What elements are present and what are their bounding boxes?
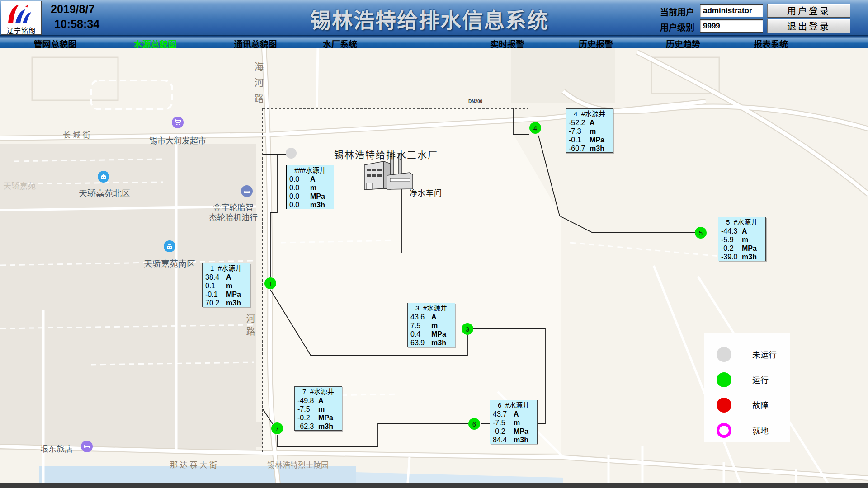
well-box-5[interactable]: 5 #水源井 -44.3A -5.9m -0.2MPa -39.0m3h — [718, 217, 766, 261]
well-unit: m3h — [742, 253, 763, 261]
map-canvas[interactable]: 长 城 街 海河路 河路 那 达 慕 大 街 锡市大润发超市 天骄嘉苑 天骄嘉苑… — [0, 48, 868, 488]
well-marker-7[interactable]: 7 — [271, 422, 283, 434]
residence-north-poi-icon — [98, 171, 109, 183]
well-value: -52.2 — [569, 118, 585, 127]
well-value: 0.0 — [289, 183, 299, 192]
well-unit: A — [742, 227, 763, 235]
legend-item-running: 运行 — [717, 367, 790, 392]
well-box-title: 3 #水源井 — [410, 304, 452, 313]
place-label-tianjiao-south: 天骄嘉苑南区 — [144, 257, 195, 269]
nav-pipe-network-overview[interactable]: 管网总貌图 — [33, 38, 76, 50]
place-label-supermarket: 锡市大润发超市 — [149, 134, 206, 146]
well-value: 43.6 — [410, 313, 425, 321]
marker-number: 7 — [275, 425, 279, 432]
main-nav: 管网总貌图 水源总貌图 通讯总貌图 水厂系统 实时报警 历史报警 历史趋势 报表… — [0, 36, 868, 48]
nav-realtime-alarms[interactable]: 实时报警 — [490, 38, 524, 50]
well-unit: m — [431, 321, 452, 330]
well-value: -62.3 — [297, 422, 314, 431]
supermarket-poi-icon — [172, 117, 184, 128]
marker-number: 5 — [699, 229, 703, 237]
place-label-martyrs-cemetery: 锡林浩特烈士陵园 — [267, 459, 329, 470]
well-box-title: 1 #水源井 — [205, 264, 247, 273]
legend-label: 故障 — [752, 399, 769, 411]
pipe-diameter-label: DN200 — [468, 99, 482, 104]
well-value: 0.0 — [289, 201, 299, 209]
well-unit: m3h — [226, 299, 247, 307]
street-label-haihe: 海河路 — [250, 62, 267, 109]
stopped-status-icon — [717, 347, 731, 362]
well-unit: m3h — [431, 338, 452, 347]
well-unit: m3h — [590, 144, 610, 153]
well-unit: MPa — [431, 330, 452, 338]
well-unit: A — [514, 410, 534, 418]
nav-history-trends[interactable]: 历史趋势 — [666, 38, 700, 50]
well-box-title: 4 #水源井 — [569, 109, 610, 118]
nav-water-source-overview[interactable]: 水源总貌图 — [133, 38, 176, 50]
legend-item-fault: 故障 — [717, 392, 790, 418]
well-marker-4[interactable]: 4 — [529, 122, 541, 134]
well-box-7[interactable]: 7 #水源井 -49.8A -7.5m -0.2MPa -62.3m3h — [294, 386, 342, 431]
well-marker-3[interactable]: 3 — [462, 323, 473, 335]
street-label-haihe-text: 海河路 — [250, 62, 267, 109]
well-value: -39.0 — [721, 253, 737, 261]
nav-communication-overview[interactable]: 通讯总貌图 — [234, 38, 277, 50]
header-bar: 辽宁铭朗 2019/8/7 10:58:34 锡林浩特给排水信息系统 当前用户 … — [0, 0, 868, 36]
well-unit: A — [310, 175, 331, 183]
well-unit: MPa — [742, 244, 763, 253]
well-unit: m — [514, 418, 534, 427]
well-box-3[interactable]: 3 #水源井 43.6A 7.5m 0.4MPa 63.9m3h — [407, 303, 455, 347]
well-value: -7.3 — [569, 127, 581, 136]
marker-number: 4 — [533, 124, 537, 132]
well-value: -7.5 — [297, 405, 310, 413]
login-button[interactable]: 用户登录 — [767, 4, 850, 18]
street-label-nadamu: 那 达 慕 大 街 — [170, 459, 217, 470]
well-box-4[interactable]: 4 #水源井 -52.2A -7.3m -0.1MPa -60.7m3h — [566, 108, 613, 153]
well-marker-plant-stopped[interactable] — [286, 148, 297, 159]
well-unit: A — [318, 396, 339, 405]
well-unit: m3h — [310, 201, 331, 209]
nav-waterworks-system[interactable]: 水厂系统 — [323, 38, 357, 50]
well-marker-6[interactable]: 6 — [468, 418, 480, 430]
well-unit: m3h — [514, 436, 534, 444]
place-label-hotel: 垠东旅店 — [40, 442, 73, 454]
residence-south-poi-icon — [164, 240, 175, 252]
local-status-icon — [717, 423, 731, 438]
well-unit: MPa — [318, 413, 339, 422]
well-value: 38.4 — [205, 273, 219, 282]
well-value: 0.0 — [289, 192, 299, 201]
running-status-icon — [717, 372, 731, 387]
well-box-title: 7 #水源井 — [297, 387, 339, 396]
current-user-input[interactable] — [700, 4, 763, 17]
well-box-6[interactable]: 6 #水源井 43.7A -7.5m -0.2MPa 84.4m3h — [490, 400, 538, 444]
well-box-1[interactable]: 1 #水源井 38.4A 0.1m -0.1MPa 70.2m3h — [202, 263, 250, 307]
company-logo: 辽宁铭朗 — [1, 1, 42, 35]
nav-history-alarms[interactable]: 历史报警 — [579, 38, 613, 50]
logo-text: 辽宁铭朗 — [1, 25, 41, 35]
marker-number: 6 — [472, 420, 476, 428]
logout-button[interactable]: 退出登录 — [767, 19, 850, 33]
legend-item-local: 就地 — [717, 418, 790, 443]
well-value: -60.7 — [569, 144, 585, 153]
well-unit: MPa — [590, 136, 610, 144]
plant-title: 锡林浩特给排水三水厂 — [334, 147, 438, 161]
well-unit: MPa — [514, 427, 534, 436]
well-box-plant[interactable]: ###水源井 0.0A 0.0m 0.0MPa 0.0m3h — [286, 165, 334, 209]
well-unit: m — [310, 183, 331, 192]
nav-report-system[interactable]: 报表系统 — [754, 38, 788, 50]
well-marker-1[interactable]: 1 — [264, 277, 276, 289]
fault-status-icon — [717, 398, 731, 413]
marker-number: 3 — [466, 325, 469, 333]
legend-item-stopped: 未运行 — [717, 342, 790, 367]
user-level-input[interactable] — [700, 19, 763, 33]
user-level-label: 用户级别 — [660, 21, 701, 33]
well-unit: m — [742, 235, 763, 244]
well-marker-5[interactable]: 5 — [695, 227, 707, 239]
legend-label: 运行 — [752, 374, 769, 385]
street-label-changcheng: 长 城 街 — [63, 129, 90, 140]
marker-number: 1 — [269, 280, 272, 287]
well-unit: m3h — [318, 422, 339, 431]
well-unit: MPa — [226, 290, 247, 299]
well-value: 84.4 — [493, 436, 507, 444]
well-value: -0.2 — [721, 244, 734, 253]
well-value: -44.3 — [721, 227, 737, 235]
